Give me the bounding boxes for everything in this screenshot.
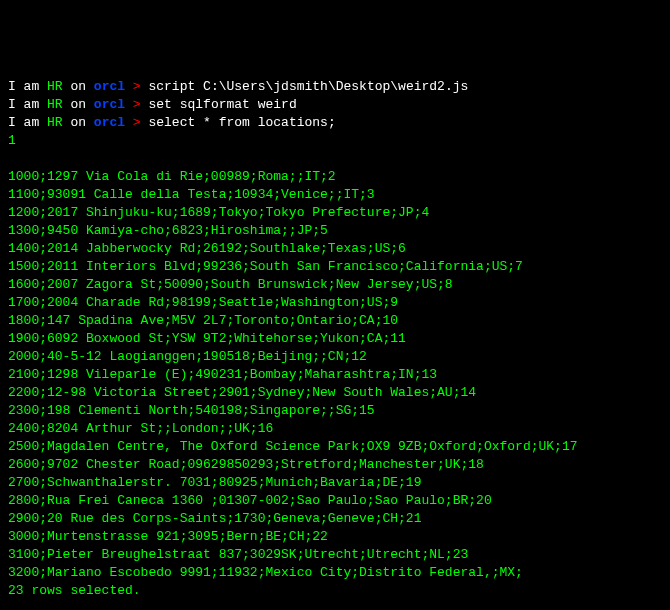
result-row: 1200;2017 Shinjuku-ku;1689;Tokyo;Tokyo P… [8,204,662,222]
command-text: set sqlformat weird [148,97,296,112]
result-row: 1300;9450 Kamiya-cho;6823;Hiroshima;;JP;… [8,222,662,240]
rows-selected-footer: 23 rows selected. [8,582,662,600]
prompt-prefix: I am [8,97,47,112]
prompt-line-1: I am HR on orcl > set sqlformat weird [8,96,662,114]
result-row: 2000;40-5-12 Laogianggen;190518;Beijing;… [8,348,662,366]
prompt-user: HR [47,79,63,94]
command-text: select * from locations; [148,115,335,130]
result-row: 2300;198 Clementi North;540198;Singapore… [8,402,662,420]
prompt-db: orcl [94,79,125,94]
result-row: 1700;2004 Charade Rd;98199;Seattle;Washi… [8,294,662,312]
prompt-db: orcl [94,97,125,112]
result-row: 2500;Magdalen Centre, The Oxford Science… [8,438,662,456]
prompt-on: on [63,97,94,112]
result-row: 2600;9702 Chester Road;09629850293;Stret… [8,456,662,474]
result-row: 3000;Murtenstrasse 921;3095;Bern;BE;CH;2… [8,528,662,546]
prompt-gt: > [125,97,148,112]
output-header: 1 [8,132,662,150]
result-row: 1900;6092 Boxwood St;YSW 9T2;Whitehorse;… [8,330,662,348]
result-row: 1400;2014 Jabberwocky Rd;26192;Southlake… [8,240,662,258]
result-row: 2800;Rua Frei Caneca 1360 ;01307-002;Sao… [8,492,662,510]
prompt-db: orcl [94,115,125,130]
prompt-gt: > [125,79,148,94]
blank-line [8,150,662,168]
prompt-on: on [63,115,94,130]
result-row: 2700;Schwanthalerstr. 7031;80925;Munich;… [8,474,662,492]
result-row: 2400;8204 Arthur St;;London;;UK;16 [8,420,662,438]
result-row: 1000;1297 Via Cola di Rie;00989;Roma;;IT… [8,168,662,186]
prompt-line-0: I am HR on orcl > script C:\Users\jdsmit… [8,78,662,96]
result-row: 3100;Pieter Breughelstraat 837;3029SK;Ut… [8,546,662,564]
result-row: 1100;93091 Calle della Testa;10934;Venic… [8,186,662,204]
prompt-on: on [63,79,94,94]
prompt-user: HR [47,115,63,130]
command-text: script C:\Users\jdsmith\Desktop\weird2.j… [148,79,468,94]
prompt-prefix: I am [8,115,47,130]
blank-line [8,600,662,610]
prompt-line-2: I am HR on orcl > select * from location… [8,114,662,132]
prompt-gt: > [125,115,148,130]
result-row: 2900;20 Rue des Corps-Saints;1730;Geneva… [8,510,662,528]
result-row: 2200;12-98 Victoria Street;2901;Sydney;N… [8,384,662,402]
result-row: 1600;2007 Zagora St;50090;South Brunswic… [8,276,662,294]
result-row: 1800;147 Spadina Ave;M5V 2L7;Toronto;Ont… [8,312,662,330]
result-row: 2100;1298 Vileparle (E);490231;Bombay;Ma… [8,366,662,384]
result-row: 3200;Mariano Escobedo 9991;11932;Mexico … [8,564,662,582]
result-row: 1500;2011 Interiors Blvd;99236;South San… [8,258,662,276]
prompt-prefix: I am [8,79,47,94]
prompt-user: HR [47,97,63,112]
terminal-output: I am HR on orcl > script C:\Users\jdsmit… [8,78,662,610]
